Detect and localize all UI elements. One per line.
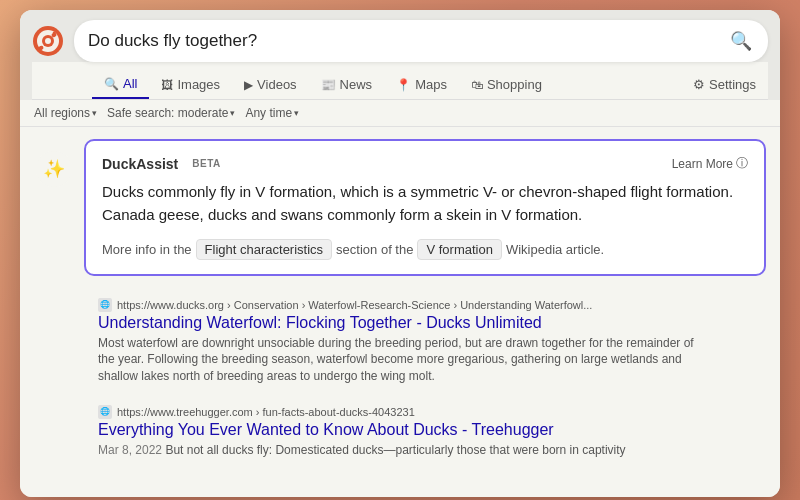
region-arrow-icon: ▾ — [92, 108, 97, 118]
time-arrow-icon: ▾ — [294, 108, 299, 118]
news-icon: 📰 — [321, 78, 336, 92]
main-content: ✨ DuckAssist BETA Learn More ⓘ Ducks com… — [20, 127, 780, 497]
search-result-2: 🌐 https://www.treehugger.com › fun-facts… — [34, 399, 766, 465]
result-title-1[interactable]: Understanding Waterfowl: Flocking Togeth… — [98, 314, 752, 332]
v-formation-link[interactable]: V formation — [417, 239, 501, 260]
result-snippet-2: Mar 8, 2022 But not all ducks fly: Domes… — [98, 442, 698, 459]
region-filter[interactable]: All regions ▾ — [34, 106, 97, 120]
time-filter[interactable]: Any time ▾ — [245, 106, 299, 120]
all-icon: 🔍 — [104, 77, 119, 91]
flight-characteristics-link[interactable]: Flight characteristics — [196, 239, 332, 260]
result-title-2[interactable]: Everything You Ever Wanted to Know About… — [98, 421, 752, 439]
site-favicon-2: 🌐 — [98, 405, 112, 419]
tab-all[interactable]: 🔍 All — [92, 70, 149, 99]
tab-shopping[interactable]: 🛍 Shopping — [459, 71, 554, 98]
videos-icon: ▶ — [244, 78, 253, 92]
tab-news[interactable]: 📰 News — [309, 71, 385, 98]
filter-bar: All regions ▾ Safe search: moderate ▾ An… — [20, 100, 780, 127]
svg-point-3 — [45, 38, 51, 44]
result-url-2: https://www.treehugger.com › fun-facts-a… — [117, 406, 415, 418]
result-url-1: https://www.ducks.org › Conservation › W… — [117, 299, 592, 311]
more-info-prefix: More info in the — [102, 242, 192, 257]
browser-chrome: Do ducks fly together? 🔍 🔍 All 🖼 Images … — [20, 10, 780, 100]
result-url-line-1: 🌐 https://www.ducks.org › Conservation ›… — [98, 298, 752, 312]
nav-tabs: 🔍 All 🖼 Images ▶ Videos 📰 News 📍 Maps 🛍 — [32, 62, 768, 100]
magic-wand-icon: ✨ — [36, 151, 72, 187]
browser-toolbar: Do ducks fly together? 🔍 — [32, 20, 768, 62]
result-date-2: Mar 8, 2022 — [98, 443, 162, 457]
search-query-text: Do ducks fly together? — [88, 31, 728, 51]
settings-icon: ⚙ — [693, 77, 705, 92]
shopping-icon: 🛍 — [471, 78, 483, 92]
ddg-logo — [32, 25, 64, 57]
beta-badge: BETA — [192, 158, 220, 169]
duckassist-logo-area: DuckAssist BETA — [102, 156, 221, 172]
learn-more-button[interactable]: Learn More ⓘ — [672, 155, 748, 172]
info-icon: ⓘ — [736, 155, 748, 172]
duckassist-header: DuckAssist BETA Learn More ⓘ — [102, 155, 748, 172]
browser-window: Do ducks fly together? 🔍 🔍 All 🖼 Images … — [20, 10, 780, 497]
more-info-line: More info in the Flight characteristics … — [102, 239, 748, 260]
tab-images[interactable]: 🖼 Images — [149, 71, 232, 98]
tab-maps[interactable]: 📍 Maps — [384, 71, 459, 98]
search-result-1: 🌐 https://www.ducks.org › Conservation ›… — [34, 292, 766, 391]
duckassist-card: ✨ DuckAssist BETA Learn More ⓘ Ducks com… — [84, 139, 766, 276]
result-url-line-2: 🌐 https://www.treehugger.com › fun-facts… — [98, 405, 752, 419]
safe-search-arrow-icon: ▾ — [230, 108, 235, 118]
settings-button[interactable]: ⚙ Settings — [681, 71, 768, 98]
result-snippet-text-2: But not all ducks fly: Domesticated duck… — [165, 443, 625, 457]
duckassist-label: DuckAssist — [102, 156, 178, 172]
maps-icon: 📍 — [396, 78, 411, 92]
duckassist-answer: Ducks commonly fly in V formation, which… — [102, 180, 748, 227]
more-info-suffix: Wikipedia article. — [506, 242, 604, 257]
svg-point-6 — [53, 32, 56, 35]
tab-videos[interactable]: ▶ Videos — [232, 71, 309, 98]
site-favicon-1: 🌐 — [98, 298, 112, 312]
images-icon: 🖼 — [161, 78, 173, 92]
search-bar[interactable]: Do ducks fly together? 🔍 — [74, 20, 768, 62]
search-submit-icon[interactable]: 🔍 — [728, 28, 754, 54]
safe-search-filter[interactable]: Safe search: moderate ▾ — [107, 106, 235, 120]
more-info-middle: section of the — [336, 242, 413, 257]
result-snippet-1: Most waterfowl are downright unsociable … — [98, 335, 698, 385]
